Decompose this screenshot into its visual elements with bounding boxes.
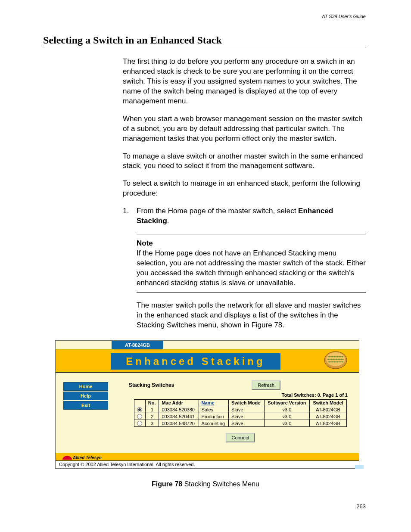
connect-row: Connect xyxy=(129,433,352,442)
totals-label: Total Switches: 0. Page 1 of 1 xyxy=(129,392,348,398)
device-icon xyxy=(324,350,348,372)
col-version: Software Version xyxy=(264,400,309,406)
svg-point-8 xyxy=(336,356,338,357)
col-select xyxy=(134,400,146,406)
sidebar-help-button[interactable]: Help xyxy=(63,392,108,400)
col-no: No. xyxy=(145,400,159,406)
body-column: The first thing to do before you perform… xyxy=(123,57,366,330)
paragraph-2: When you start a web browser management … xyxy=(123,114,366,144)
row3-name: Accounting xyxy=(199,420,228,427)
row2-mode: Slave xyxy=(229,413,265,420)
row2-name: Production xyxy=(199,413,228,420)
screenshot-top-strip: AT-8024GB xyxy=(56,341,359,349)
col-name-link[interactable]: Name xyxy=(202,400,215,405)
note-heading: Note xyxy=(137,239,366,249)
note-block: Note If the Home page does not have an E… xyxy=(137,234,366,293)
row3-mac: 003084 548720 xyxy=(159,420,199,427)
row2-ver: v3.0 xyxy=(264,413,309,420)
svg-point-22 xyxy=(342,361,343,362)
step-1: 1. From the Home page of the master swit… xyxy=(123,206,366,226)
col-name[interactable]: Name xyxy=(199,400,228,406)
row1-mode: Slave xyxy=(229,406,265,413)
table-header-row: No. Mac Addr Name Switch Mode Software V… xyxy=(134,400,347,406)
svg-point-6 xyxy=(331,356,333,357)
row2-radio[interactable] xyxy=(134,413,146,420)
content-area: Stacking Switches Refresh Total Switches… xyxy=(112,373,359,453)
row2-mac: 003084 520441 xyxy=(159,413,199,420)
paragraph-3: To manage a slave switch or another mast… xyxy=(123,152,366,171)
svg-point-14 xyxy=(336,358,337,360)
svg-point-12 xyxy=(330,358,332,360)
figure-label: Figure 78 xyxy=(152,480,182,488)
row3-model: AT-8024GB xyxy=(310,420,347,427)
row1-radio[interactable] xyxy=(134,406,146,413)
row3-ver: v3.0 xyxy=(264,420,309,427)
step-1-pre: From the Home page of the master switch,… xyxy=(137,207,298,215)
step-1-number: 1. xyxy=(123,206,131,226)
row1-ver: v3.0 xyxy=(264,406,309,413)
radio-unselected-icon[interactable] xyxy=(137,421,142,426)
table-row: 3 003084 548720 Accounting Slave v3.0 AT… xyxy=(134,420,347,427)
swoosh-icon xyxy=(62,456,72,460)
step-1-post: . xyxy=(167,217,169,225)
copyright-text: Copyright © 2002 Allied Telesyn Internat… xyxy=(56,461,359,467)
row3-mode: Slave xyxy=(229,420,265,427)
sidebar: Home Help Exit xyxy=(56,373,112,453)
stacking-switches-label: Stacking Switches xyxy=(129,382,174,388)
section-title: Selecting a Switch in an Enhanced Stack xyxy=(43,34,366,48)
svg-point-20 xyxy=(336,361,338,362)
svg-point-10 xyxy=(342,356,343,357)
screenshot-top-left xyxy=(56,341,112,349)
running-head: AT-S39 User's Guide xyxy=(322,14,366,19)
note-body: If the Home page does not have an Enhanc… xyxy=(137,249,366,288)
stacking-switches-table: No. Mac Addr Name Switch Mode Software V… xyxy=(134,399,347,427)
radio-selected-icon[interactable] xyxy=(137,407,142,412)
table-row: 2 003084 520441 Production Slave v3.0 AT… xyxy=(134,413,347,420)
svg-point-9 xyxy=(339,356,340,357)
connect-button[interactable]: Connect xyxy=(226,433,255,442)
brand-logo: Allied Telesyn xyxy=(62,455,102,460)
svg-point-15 xyxy=(338,358,339,360)
paragraph-1: The first thing to do before you perform… xyxy=(123,57,366,106)
figure-caption: Figure 78 Stacking Switches Menu xyxy=(0,480,411,488)
row1-mac: 003084 520380 xyxy=(159,406,199,413)
row2-no: 2 xyxy=(145,413,159,420)
after-note-paragraph: The master switch polls the network for … xyxy=(137,301,366,330)
row3-radio[interactable] xyxy=(134,420,146,427)
screenshot-top-right xyxy=(163,341,359,349)
col-model: Switch Model xyxy=(310,400,347,406)
refresh-button[interactable]: Refresh xyxy=(252,380,280,390)
title-bar: Enhanced Stacking xyxy=(56,349,359,373)
page-number: 263 xyxy=(356,503,366,510)
svg-point-16 xyxy=(341,358,342,360)
screenshot-footer: Allied Telesyn Copyright © 2002 Allied T… xyxy=(56,453,359,468)
sidebar-exit-button[interactable]: Exit xyxy=(63,401,108,410)
screenshot-panel: AT-8024GB Enhanced Stacking xyxy=(55,340,359,469)
brand-text: Allied Telesyn xyxy=(73,455,102,460)
page-title-box: Enhanced Stacking xyxy=(111,353,280,370)
svg-point-11 xyxy=(328,358,329,360)
figure-text: Stacking Switches Menu xyxy=(182,480,259,488)
col-mac: Mac Addr xyxy=(159,400,199,406)
svg-point-5 xyxy=(329,356,330,357)
svg-point-7 xyxy=(334,356,335,357)
row2-model: AT-8024GB xyxy=(310,413,347,420)
paragraph-4: To select a switch to manage in an enhan… xyxy=(123,179,366,199)
step-1-body: From the Home page of the master switch,… xyxy=(137,206,366,226)
svg-point-13 xyxy=(333,358,334,360)
radio-unselected-icon[interactable] xyxy=(137,414,142,419)
row3-no: 3 xyxy=(145,420,159,427)
svg-point-19 xyxy=(334,361,335,362)
page-corner-decoration xyxy=(355,465,364,469)
row1-name: Sales xyxy=(199,406,228,413)
col-mode: Switch Mode xyxy=(229,400,265,406)
row1-no: 1 xyxy=(145,406,159,413)
svg-point-18 xyxy=(331,361,333,362)
svg-point-21 xyxy=(339,361,340,362)
model-label: AT-8024GB xyxy=(112,341,163,349)
table-row: 1 003084 520380 Sales Slave v3.0 AT-8024… xyxy=(134,406,347,413)
sidebar-home-button[interactable]: Home xyxy=(63,382,108,391)
svg-point-17 xyxy=(329,361,330,362)
row1-model: AT-8024GB xyxy=(310,406,347,413)
screenshot-body: Home Help Exit Stacking Switches Refresh… xyxy=(56,373,359,453)
